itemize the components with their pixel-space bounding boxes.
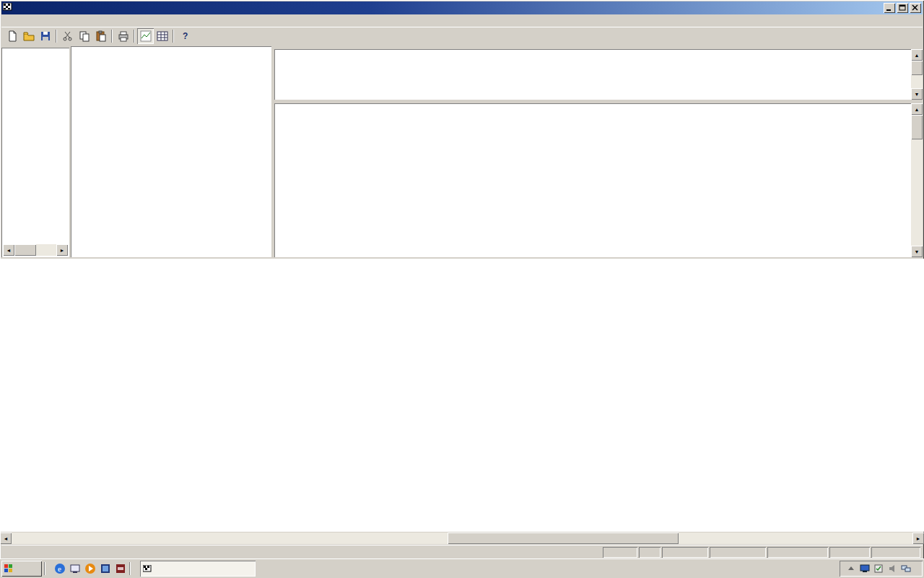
runs-table: ▲ ▼: [274, 49, 923, 100]
task-scheduler-icon[interactable]: [873, 564, 884, 574]
scissors-icon: [62, 30, 74, 42]
line-chart-icon: [140, 30, 152, 42]
help-icon: ?: [179, 30, 191, 42]
media-player-icon[interactable]: [84, 562, 97, 575]
status-latitude: [710, 547, 766, 558]
app-icon: [3, 3, 13, 13]
copy-button[interactable]: [76, 28, 92, 44]
close-button[interactable]: [910, 3, 921, 13]
status-time: [829, 547, 870, 558]
toolbar-separator: [134, 30, 135, 43]
scroll-down-button[interactable]: ▼: [911, 88, 923, 100]
toolbar-separator: [111, 30, 113, 43]
open-folder-icon: [23, 30, 35, 42]
status-avg-label: [639, 547, 661, 558]
status-distance: [662, 547, 708, 558]
system-tray: [840, 561, 923, 577]
save-icon: [40, 30, 51, 42]
hidden-icons-button[interactable]: [845, 564, 856, 574]
print-icon: [118, 30, 129, 42]
open-button[interactable]: [20, 28, 37, 44]
menu-edit[interactable]: [10, 20, 19, 22]
paste-button[interactable]: [92, 28, 109, 44]
app-shortcut-icon-2[interactable]: [114, 562, 127, 575]
points-table: ▲ ▼: [274, 103, 923, 257]
track-map-panel[interactable]: [71, 46, 271, 257]
scrollbar-thumb[interactable]: [14, 244, 36, 256]
application-window: ? ◄ ► ▲ ▼: [0, 0, 924, 578]
display-settings-icon[interactable]: [859, 564, 870, 574]
paste-icon: [95, 30, 107, 42]
menu-bar: [1, 14, 923, 27]
title-bar[interactable]: [1, 1, 923, 14]
main-area: ◄ ► ▲ ▼ ▲: [0, 45, 924, 259]
copy-icon: [79, 30, 90, 42]
toolbar-separator: [56, 30, 57, 43]
scroll-down-button[interactable]: ▼: [911, 246, 923, 257]
menu-file[interactable]: [1, 20, 10, 22]
status-bar: [1, 545, 923, 558]
runs-table-scrollbar[interactable]: ▲ ▼: [911, 49, 923, 100]
toolbar-separator: [173, 30, 174, 43]
speed-graph-toggle-button[interactable]: [137, 28, 154, 44]
menu-view[interactable]: [19, 20, 27, 22]
status-integration-method: [871, 547, 920, 558]
taskbar-separator: [129, 562, 131, 575]
scroll-right-button[interactable]: ►: [56, 244, 68, 256]
taskbar-separator: [44, 562, 45, 575]
menu-help[interactable]: [36, 20, 45, 22]
scroll-left-button[interactable]: ◄: [0, 532, 12, 544]
new-document-icon: [6, 30, 18, 42]
quick-launch: e: [53, 562, 127, 575]
volume-icon[interactable]: [886, 564, 897, 574]
cut-button[interactable]: [59, 28, 76, 44]
print-button[interactable]: [115, 28, 131, 44]
scrollbar-thumb[interactable]: [911, 61, 923, 75]
windows-logo-icon: [4, 564, 14, 574]
internet-explorer-icon[interactable]: e: [53, 562, 66, 575]
scroll-up-button[interactable]: ▲: [911, 49, 923, 61]
status-longitude: [767, 547, 828, 558]
save-button[interactable]: [37, 28, 53, 44]
maximize-button[interactable]: [897, 3, 908, 13]
svg-text:?: ?: [183, 31, 188, 41]
taskbar: e: [0, 558, 924, 578]
scrollbar-thumb[interactable]: [448, 532, 679, 544]
points-table-scrollbar[interactable]: ▲ ▼: [911, 103, 923, 257]
scrollbar-thumb[interactable]: [911, 115, 923, 139]
tree-horizontal-scrollbar[interactable]: ◄ ►: [3, 244, 68, 256]
new-button[interactable]: [4, 28, 20, 44]
scroll-up-button[interactable]: ▲: [911, 103, 923, 115]
speed-time-chart[interactable]: [0, 259, 924, 532]
app-shortcut-icon[interactable]: [99, 562, 112, 575]
menu-tools[interactable]: [27, 20, 36, 22]
divisions-tree-panel: ◄ ►: [1, 48, 69, 257]
task-button-2sec[interactable]: [140, 561, 256, 577]
tables-panel: ▲ ▼ ▲ ▼: [274, 46, 923, 259]
grid-view-button[interactable]: [154, 28, 170, 44]
show-desktop-icon[interactable]: [69, 562, 82, 575]
scroll-right-button[interactable]: ►: [912, 532, 924, 544]
app-icon: [143, 565, 152, 572]
network-icon[interactable]: [900, 564, 911, 574]
chart-horizontal-scrollbar[interactable]: ◄ ►: [0, 532, 924, 544]
start-button[interactable]: [1, 561, 42, 577]
svg-text:e: e: [58, 564, 61, 573]
table-grid-icon: [157, 30, 168, 42]
status-avg-speed: [603, 547, 637, 558]
scroll-left-button[interactable]: ◄: [3, 244, 14, 256]
minimize-button[interactable]: [884, 3, 895, 13]
toolbar: ?: [1, 27, 923, 45]
help-button[interactable]: ?: [176, 28, 193, 44]
